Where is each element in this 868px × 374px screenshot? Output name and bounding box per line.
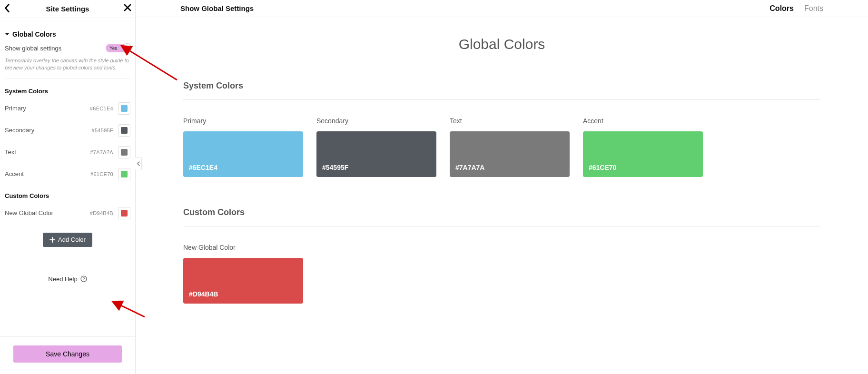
- color-card: Secondary#54595F: [316, 117, 436, 177]
- need-help-label: Need Help: [48, 276, 77, 283]
- color-hex: #6EC1E4: [90, 106, 113, 111]
- color-row[interactable]: Accent#61CE70: [5, 163, 130, 185]
- sidebar-panel: Site Settings Global Colors Show global …: [0, 0, 136, 374]
- color-card-swatch: #61CE70: [583, 131, 703, 177]
- color-name: Primary: [5, 105, 26, 112]
- color-card: Accent#61CE70: [583, 117, 703, 177]
- color-card-swatch: #6EC1E4: [183, 131, 303, 177]
- color-name: Accent: [5, 170, 24, 177]
- color-card-label: Secondary: [316, 117, 436, 125]
- back-icon[interactable]: [4, 4, 10, 14]
- close-icon[interactable]: [124, 4, 131, 13]
- color-card-swatch: #54595F: [316, 131, 436, 177]
- main-system-colors-heading: System Colors: [183, 81, 820, 100]
- color-swatch[interactable]: [118, 102, 130, 115]
- system-colors-heading: System Colors: [5, 88, 130, 95]
- color-row[interactable]: Secondary#54595F: [5, 119, 130, 141]
- color-card-hex: #61CE70: [589, 164, 616, 171]
- sidebar-header: Site Settings: [0, 0, 135, 18]
- color-card-hex: #6EC1E4: [189, 164, 217, 171]
- color-name: New Global Color: [5, 209, 53, 217]
- color-hex: #54595F: [91, 128, 113, 133]
- switch-label: Show global settings: [5, 45, 61, 52]
- color-card: New Global Color#D94B4B: [183, 244, 303, 304]
- color-name: Text: [5, 148, 16, 156]
- color-swatch[interactable]: [118, 168, 130, 180]
- show-global-settings-toggle[interactable]: Yes: [106, 44, 130, 52]
- page-title: Global Colors: [183, 36, 820, 52]
- svg-text:?: ?: [82, 276, 85, 281]
- color-card: Primary#6EC1E4: [183, 117, 303, 177]
- tab-colors[interactable]: Colors: [769, 4, 794, 13]
- color-card-label: New Global Color: [183, 244, 303, 251]
- add-color-label: Add Color: [58, 236, 86, 243]
- main-custom-colors-heading: Custom Colors: [183, 207, 820, 226]
- color-card-swatch: #D94B4B: [183, 258, 303, 304]
- main-header: Show Global Settings ColorsFonts: [136, 0, 868, 17]
- toggle-knob: [123, 43, 131, 52]
- main-header-title: Show Global Settings: [180, 4, 254, 12]
- color-card-swatch: #7A7A7A: [450, 131, 570, 177]
- color-card-hex: #54595F: [322, 164, 348, 171]
- color-card-hex: #D94B4B: [189, 290, 218, 298]
- tab-fonts[interactable]: Fonts: [804, 4, 823, 13]
- section-toggle-global-colors[interactable]: Global Colors: [5, 30, 130, 38]
- color-card: Text#7A7A7A: [450, 117, 570, 177]
- color-card-label: Accent: [583, 117, 703, 125]
- color-row[interactable]: Primary#6EC1E4: [5, 98, 130, 119]
- sidebar-title: Site Settings: [46, 5, 89, 13]
- color-card-label: Primary: [183, 117, 303, 125]
- color-hex: #D94B4B: [90, 210, 113, 216]
- color-hex: #7A7A7A: [90, 149, 113, 155]
- color-swatch[interactable]: [118, 124, 130, 137]
- collapse-panel-handle[interactable]: [135, 157, 142, 170]
- save-changes-button[interactable]: Save Changes: [13, 345, 122, 363]
- color-card-hex: #7A7A7A: [455, 164, 484, 171]
- color-name: Secondary: [5, 127, 34, 134]
- color-card-label: Text: [450, 117, 570, 125]
- need-help-link[interactable]: Need Help ?: [5, 276, 130, 283]
- color-row[interactable]: Text#7A7A7A: [5, 141, 130, 163]
- color-row[interactable]: New Global Color#D94B4B: [5, 202, 130, 224]
- color-swatch[interactable]: [118, 207, 130, 219]
- add-color-button[interactable]: Add Color: [43, 233, 92, 247]
- section-toggle-label: Global Colors: [12, 30, 56, 38]
- color-swatch[interactable]: [118, 146, 130, 158]
- custom-colors-heading: Custom Colors: [5, 190, 130, 199]
- toggle-value: Yes: [109, 46, 117, 51]
- switch-description: Temporarily overlay the canvas with the …: [5, 57, 130, 79]
- color-hex: #61CE70: [90, 171, 113, 177]
